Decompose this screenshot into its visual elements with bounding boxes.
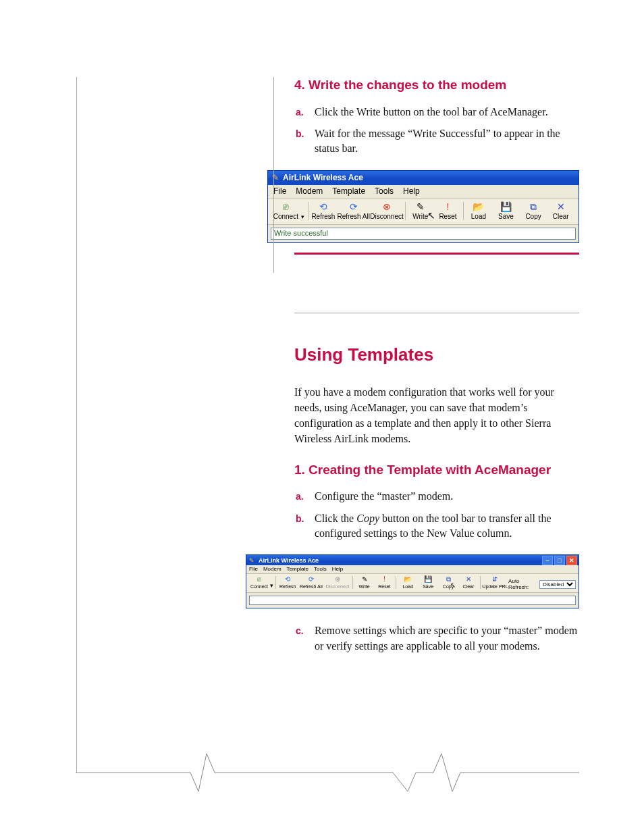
menu-tools[interactable]: Tools xyxy=(375,186,394,196)
menu-help[interactable]: Help xyxy=(403,186,420,196)
chevron-down-icon: ▾ xyxy=(301,213,304,220)
screenshot-write-successful: ✎ AirLink Wireless Ace File Modem Templa… xyxy=(267,170,579,243)
refresh-button[interactable]: ⟲Refresh xyxy=(310,201,338,221)
heading-section4: 4. Write the changes to the modem xyxy=(294,77,579,94)
menu-modem[interactable]: Modem xyxy=(296,186,323,196)
window-title: AirLink Wireless Ace xyxy=(283,173,363,182)
separator xyxy=(396,576,396,589)
load-icon: 📂 xyxy=(398,576,418,583)
step-4a-text: Click the Write button on the tool bar o… xyxy=(315,106,548,118)
step-1c-text: Remove settings which are specific to yo… xyxy=(315,625,577,651)
load-button[interactable]: 📂Load xyxy=(398,575,418,590)
step-1b: b.Click the Copy button on the tool bar … xyxy=(315,511,579,542)
disconnect-button: ⊗Disconnect xyxy=(324,575,350,590)
gray-rule xyxy=(294,313,579,313)
clear-icon: ✕ xyxy=(458,576,479,583)
separator xyxy=(480,576,481,589)
disconnect-icon: ⊗ xyxy=(324,576,350,583)
intro-paragraph: If you have a modem configuration that w… xyxy=(294,384,579,447)
step-1a-text: Configure the “master” modem. xyxy=(315,490,453,502)
clear-icon: ✕ xyxy=(547,202,574,211)
menubar: File Modem Template Tools Help xyxy=(246,565,579,574)
clear-button[interactable]: ✕Clear xyxy=(547,201,574,221)
heading-section1: 1. Creating the Template with AceManager xyxy=(294,462,579,479)
refresh-all-icon: ⟳ xyxy=(337,202,370,211)
copy-button[interactable]: ⧉Copy xyxy=(520,201,547,221)
refresh-all-icon: ⟳ xyxy=(298,576,324,583)
refresh-icon: ⟲ xyxy=(277,576,298,583)
toolbar: ⎚Connect ▾ ⟲Refresh ⟳Refresh All ⊗Discon… xyxy=(268,199,579,225)
disconnect-button[interactable]: ⊗Disconnect xyxy=(370,201,403,221)
reset-button[interactable]: !Reset xyxy=(374,575,394,590)
step-4a: a.Click the Write button on the tool bar… xyxy=(315,105,579,120)
menu-file[interactable]: File xyxy=(249,566,258,572)
screenshot-copy-toolbar: ✎ AirLink Wireless Ace – □ ✕ File Modem … xyxy=(246,554,579,608)
save-icon: 💾 xyxy=(492,202,520,211)
menu-template[interactable]: Template xyxy=(287,566,308,572)
footer-wave xyxy=(76,752,579,793)
update-prl-icon: ⇵ xyxy=(482,576,508,583)
minimize-button[interactable]: – xyxy=(542,556,553,565)
reset-icon: ! xyxy=(434,202,462,211)
write-button[interactable]: ✎Write xyxy=(354,575,375,590)
refresh-all-button[interactable]: ⟳Refresh All xyxy=(337,201,370,221)
separator xyxy=(352,576,353,589)
maximize-button[interactable]: □ xyxy=(554,556,565,565)
reset-button[interactable]: !Reset xyxy=(434,201,462,221)
cursor-icon: ↖ xyxy=(450,581,456,589)
inner-rule xyxy=(273,77,274,273)
step-4b-text: Wait for the message “Write Successful” … xyxy=(315,128,560,154)
save-button[interactable]: 💾Save xyxy=(418,575,438,590)
separator xyxy=(308,202,308,220)
update-prl-button[interactable]: ⇵Update PRL xyxy=(482,575,508,590)
step-1c: c.Remove settings which are specific to … xyxy=(315,623,579,654)
clear-button[interactable]: ✕Clear xyxy=(458,575,479,590)
step-1a: a.Configure the “master” modem. xyxy=(315,489,579,504)
separator xyxy=(275,576,276,589)
status-bar xyxy=(249,596,576,605)
red-rule xyxy=(294,253,579,255)
load-icon: 📂 xyxy=(465,202,493,211)
write-button[interactable]: ✎Write↖ xyxy=(407,201,435,221)
separator xyxy=(463,202,464,220)
menu-tools[interactable]: Tools xyxy=(314,566,327,572)
menubar: File Modem Template Tools Help xyxy=(268,185,579,199)
connect-dropdown[interactable]: ▾ xyxy=(269,581,274,590)
reset-icon: ! xyxy=(374,576,394,583)
pen-icon: ✎ xyxy=(249,557,254,564)
refresh-icon: ⟲ xyxy=(310,202,338,211)
chevron-down-icon: ▾ xyxy=(270,582,273,589)
connect-dropdown[interactable]: ▾ xyxy=(300,211,306,221)
heading-using-templates: Using Templates xyxy=(294,344,579,365)
close-button[interactable]: ✕ xyxy=(566,556,577,565)
step-4b: b.Wait for the message “Write Successful… xyxy=(315,126,579,157)
menu-help[interactable]: Help xyxy=(332,566,343,572)
connect-button[interactable]: ⎚Connect xyxy=(272,201,300,221)
titlebar: ✎ AirLink Wireless Ace – □ ✕ xyxy=(246,555,579,565)
write-icon: ✎ xyxy=(354,576,375,583)
titlebar: ✎ AirLink Wireless Ace xyxy=(268,171,579,185)
left-rule xyxy=(76,77,77,773)
menu-file[interactable]: File xyxy=(273,186,286,196)
disconnect-icon: ⊗ xyxy=(370,202,403,211)
connect-icon: ⎚ xyxy=(272,202,300,211)
auto-refresh-select[interactable]: Disabled xyxy=(539,580,576,589)
status-bar: Write successful xyxy=(271,228,576,240)
load-button[interactable]: 📂Load xyxy=(465,201,493,221)
connect-button[interactable]: ⎚Connect xyxy=(249,575,269,590)
refresh-button[interactable]: ⟲Refresh xyxy=(277,575,298,590)
window-title: AirLink Wireless Ace xyxy=(259,557,319,564)
copy-icon: ⧉ xyxy=(520,202,547,211)
toolbar: ⎚Connect ▾ ⟲Refresh ⟳Refresh All ⊗Discon… xyxy=(246,574,579,593)
separator xyxy=(405,202,406,220)
menu-modem[interactable]: Modem xyxy=(263,566,281,572)
auto-refresh-label: Auto Refresh: xyxy=(508,578,537,590)
menu-template[interactable]: Template xyxy=(332,186,365,196)
save-icon: 💾 xyxy=(418,576,438,583)
connect-icon: ⎚ xyxy=(249,576,269,583)
save-button[interactable]: 💾Save xyxy=(492,201,520,221)
refresh-all-button[interactable]: ⟳Refresh All xyxy=(298,575,324,590)
copy-button[interactable]: ⧉Copy↖ xyxy=(438,575,458,590)
